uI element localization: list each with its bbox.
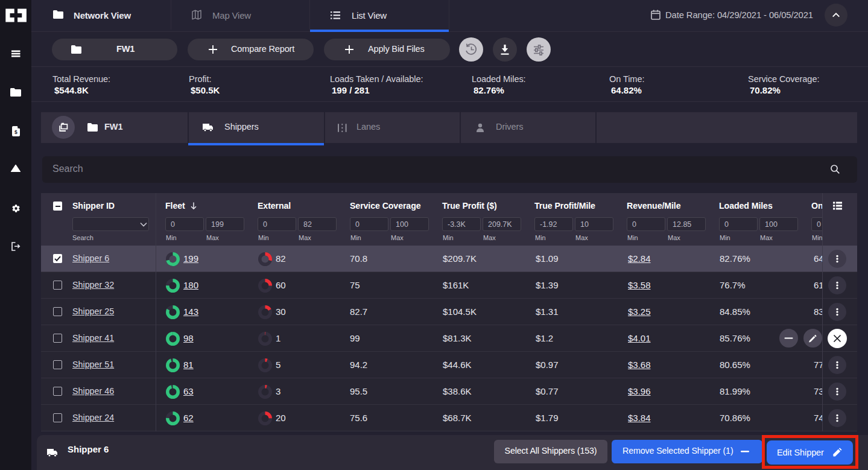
svg-text:$: $ xyxy=(14,129,17,135)
